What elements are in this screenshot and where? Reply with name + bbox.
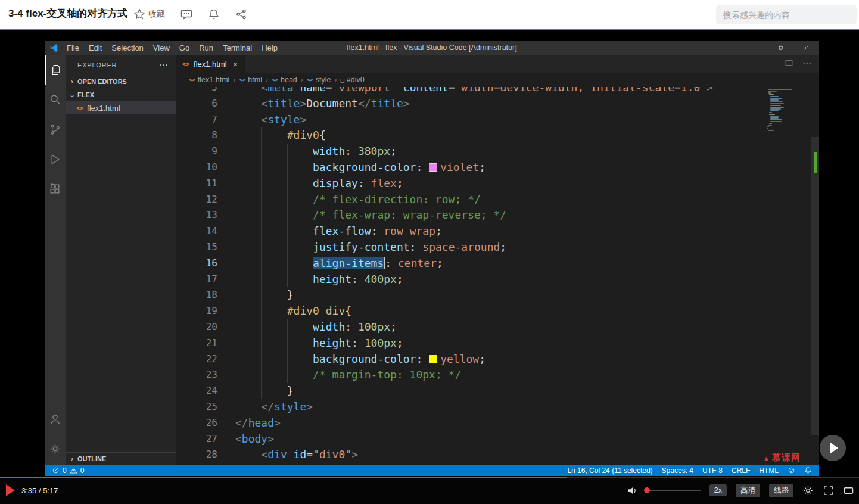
- color-swatch[interactable]: [429, 163, 437, 172]
- fullscreen-icon[interactable]: [823, 485, 834, 496]
- code-line-25[interactable]: 25 </style>: [176, 399, 819, 415]
- account-icon[interactable]: [45, 404, 66, 434]
- code-line-6[interactable]: 6 <title>Document</title>: [176, 96, 819, 112]
- quality-button[interactable]: 高清: [736, 484, 760, 497]
- code-line-18[interactable]: 18 }: [176, 287, 819, 303]
- editor-more-icon[interactable]: ⋯: [802, 58, 812, 69]
- code-line-12[interactable]: 12 /* flex-direction: row; */: [176, 192, 819, 208]
- code-editor[interactable]: 5 <meta name="viewport" content="width=d…: [176, 87, 819, 465]
- file-item-flex1[interactable]: <> flex1.html: [66, 101, 176, 114]
- code-line-9[interactable]: 9 width: 380px;: [176, 144, 819, 160]
- code-line-19[interactable]: 19 #div0 div{: [176, 303, 819, 319]
- extensions-icon[interactable]: [45, 174, 66, 204]
- line-number[interactable]: 24: [176, 383, 228, 399]
- message-icon[interactable]: [180, 8, 192, 20]
- code-line-28[interactable]: 28 <div id="div0">: [176, 447, 819, 463]
- line-number[interactable]: 18: [176, 287, 228, 303]
- menu-selection[interactable]: Selection: [107, 41, 148, 55]
- line-number[interactable]: 9: [176, 144, 228, 160]
- code-line-8[interactable]: 8 #div0{: [176, 127, 819, 144]
- breadcrumb-div0[interactable]: □#div0: [341, 76, 365, 84]
- volume-icon[interactable]: [627, 485, 638, 496]
- theater-mode-icon[interactable]: [843, 485, 854, 496]
- line-number[interactable]: 25: [176, 399, 228, 415]
- tab-close-icon[interactable]: ×: [233, 59, 238, 69]
- breadcrumb-html[interactable]: <>html: [239, 76, 262, 84]
- settings-gear-icon[interactable]: [45, 434, 66, 463]
- breadcrumb-style[interactable]: <>style: [307, 76, 331, 84]
- breadcrumb-file[interactable]: <>flex1.html: [189, 76, 229, 84]
- sidebar-more-icon[interactable]: ⋯: [159, 60, 169, 70]
- line-number[interactable]: 7: [176, 112, 228, 128]
- menu-edit[interactable]: Edit: [84, 41, 107, 55]
- menu-terminal[interactable]: Terminal: [218, 41, 257, 55]
- menu-run[interactable]: Run: [194, 41, 218, 55]
- menu-view[interactable]: View: [148, 41, 175, 55]
- errors-count[interactable]: 0: [63, 466, 67, 475]
- line-number[interactable]: 19: [176, 303, 228, 319]
- outline-section[interactable]: › OUTLINE: [66, 452, 179, 465]
- warnings-count[interactable]: 0: [80, 466, 85, 475]
- folder-section-flex[interactable]: ⌄ FLEX: [66, 88, 176, 101]
- code-line-7[interactable]: 7 <style>: [176, 112, 819, 128]
- menu-go[interactable]: Go: [175, 41, 194, 55]
- line-number[interactable]: 12: [176, 192, 228, 208]
- code-line-23[interactable]: 23 /* margin-top: 10px; */: [176, 367, 819, 383]
- line-number[interactable]: 8: [176, 127, 228, 144]
- cursor-position[interactable]: Ln 16, Col 24 (11 selected): [567, 466, 652, 475]
- code-line-14[interactable]: 14 flex-flow: row wrap;: [176, 223, 819, 239]
- line-number[interactable]: 22: [176, 351, 228, 368]
- code-line-27[interactable]: 27<body>: [176, 431, 819, 447]
- minimize-button[interactable]: [742, 41, 768, 55]
- code-line-20[interactable]: 20 width: 100px;: [176, 319, 819, 335]
- line-number[interactable]: 20: [176, 319, 228, 335]
- editor-scrollbar[interactable]: [811, 137, 819, 435]
- speed-button[interactable]: 2x: [709, 484, 727, 496]
- line-number[interactable]: 10: [176, 160, 228, 176]
- line-number[interactable]: 17: [176, 272, 228, 288]
- line-number[interactable]: 13: [176, 207, 228, 223]
- eol-status[interactable]: CRLF: [732, 466, 750, 475]
- tab-flex1[interactable]: <> flex1.html ×: [176, 55, 245, 73]
- search-icon[interactable]: [45, 85, 66, 114]
- code-line-24[interactable]: 24 }: [176, 383, 819, 399]
- code-line-16[interactable]: 16 align-items: center;: [176, 256, 819, 272]
- player-settings-gear-icon[interactable]: [802, 485, 814, 496]
- line-number[interactable]: 11: [176, 176, 228, 192]
- line-number[interactable]: 21: [176, 335, 228, 351]
- split-editor-icon[interactable]: [785, 58, 793, 69]
- color-swatch[interactable]: [429, 355, 437, 363]
- explorer-icon[interactable]: [45, 55, 66, 85]
- share-icon[interactable]: [235, 8, 247, 20]
- code-line-26[interactable]: 26</head>: [176, 415, 819, 431]
- volume-slider[interactable]: [647, 490, 701, 491]
- code-line-10[interactable]: 10 background-color: violet;: [176, 160, 819, 176]
- code-line-5[interactable]: 5 <meta name="viewport" content="width=d…: [176, 87, 819, 96]
- favorite-button[interactable]: 收藏: [133, 8, 165, 20]
- notification-bell-icon[interactable]: [208, 8, 220, 20]
- line-number[interactable]: 28: [176, 447, 228, 463]
- menu-file[interactable]: File: [62, 41, 84, 55]
- line-number[interactable]: 16: [176, 256, 228, 272]
- indentation-status[interactable]: Spaces: 4: [662, 466, 693, 475]
- play-button[interactable]: [6, 484, 15, 496]
- line-number[interactable]: 14: [176, 223, 228, 239]
- menu-help[interactable]: Help: [257, 41, 282, 55]
- open-editors-section[interactable]: › OPEN EDITORS: [66, 75, 176, 88]
- video-stage[interactable]: File Edit Selection View Go Run Terminal…: [0, 30, 859, 477]
- code-line-17[interactable]: 17 height: 400px;: [176, 272, 819, 288]
- line-number[interactable]: 5: [176, 87, 228, 96]
- close-button[interactable]: [793, 41, 819, 55]
- floating-play-button[interactable]: [820, 435, 846, 461]
- minimap[interactable]: [767, 89, 811, 132]
- breadcrumb-head[interactable]: <>head: [272, 76, 297, 84]
- line-number[interactable]: 15: [176, 239, 228, 256]
- route-button[interactable]: 线路: [769, 484, 793, 497]
- language-mode[interactable]: HTML: [759, 466, 779, 475]
- warnings-icon[interactable]: [70, 466, 77, 474]
- errors-icon[interactable]: [52, 466, 60, 474]
- notifications-bell-icon[interactable]: [804, 466, 812, 474]
- restore-button[interactable]: [768, 41, 793, 55]
- code-line-11[interactable]: 11 display: flex;: [176, 176, 819, 192]
- line-number[interactable]: 27: [176, 431, 228, 447]
